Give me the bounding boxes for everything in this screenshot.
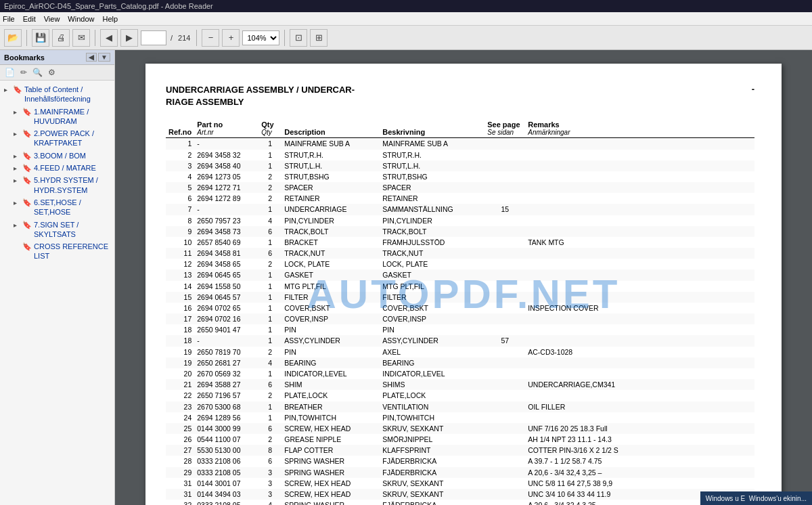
- cell-part: 2694 0645 57: [194, 292, 258, 303]
- cell-besk: STRUT,L.H.: [380, 160, 484, 171]
- cell-remarks: [525, 182, 754, 193]
- menu-file[interactable]: File: [3, 15, 15, 23]
- cell-qty: 2: [258, 171, 281, 182]
- cell-page: [484, 412, 525, 423]
- cell-part: 2694 3458 73: [194, 226, 258, 237]
- powerpack-bookmark-icon: 🔖: [22, 129, 32, 138]
- sidebar-item-powerpack[interactable]: ▸ 🔖 2.POWER PACK / KRAFTPAKET: [0, 127, 114, 150]
- zoom-in-button[interactable]: +: [222, 29, 240, 47]
- zoom-select[interactable]: 104% 75% 100% 125% 150%: [242, 30, 279, 45]
- table-row: 1-1MAINFRAME SUB AMAINFRAME SUB A: [166, 138, 754, 150]
- hydr-bookmark-icon: 🔖: [22, 175, 32, 185]
- cell-part: 2694 1289 56: [194, 412, 258, 423]
- print-button[interactable]: 🖨: [52, 29, 70, 47]
- cell-page: [484, 182, 525, 193]
- table-row: 275530 5130 008FLAP COTTERKLAFFSPRINTCOT…: [166, 445, 754, 456]
- cell-page: 57: [484, 335, 525, 346]
- cell-besk: SAMMANSTÄLLNING: [380, 204, 484, 215]
- boom-label: 3.BOOM / BOM: [34, 151, 110, 160]
- th-description: Description: [281, 119, 380, 138]
- cell-besk: PIN,CYLINDER: [380, 215, 484, 226]
- zoom-out-button[interactable]: −: [202, 29, 219, 47]
- menu-help[interactable]: Help: [102, 15, 118, 23]
- sidebar-settings-button[interactable]: ⚙: [46, 67, 58, 78]
- cell-part: 2657 8540 69: [194, 237, 258, 248]
- title-text: Epiroc_AirROC-D45_Spare_Parts_Catalog.pd…: [4, 2, 213, 10]
- sethose-expand-icon: ▸: [14, 198, 20, 207]
- table-row: 162694 0702 651COVER,BSKTCOVER,BSKTINSPE…: [166, 303, 754, 313]
- cell-qty: 1: [258, 292, 281, 303]
- cell-besk: ASSY,CYLINDER: [380, 335, 484, 346]
- cell-desc: LOCK, PLATE: [281, 259, 380, 269]
- email-button[interactable]: ✉: [72, 29, 90, 47]
- document-dash: -: [752, 84, 754, 108]
- sidebar-collapse-button[interactable]: ◀: [86, 53, 97, 62]
- cell-besk: FJÄDERBRICKA: [380, 500, 484, 505]
- menu-window[interactable]: Window: [68, 15, 94, 23]
- table-row: 22694 3458 321STRUT,R.H.STRUT,R.H.: [166, 150, 754, 160]
- cell-qty: 1: [258, 150, 281, 160]
- page-total: 214: [178, 34, 190, 42]
- cell-page: [484, 357, 525, 368]
- cell-desc: SCREW, HEX HEAD: [281, 423, 380, 434]
- sidebar-new-button[interactable]: 📄: [3, 67, 17, 78]
- cell-desc: SHIM: [281, 379, 380, 390]
- cell-desc: GASKET: [281, 269, 380, 280]
- sidebar-item-crossref[interactable]: 🔖 CROSS REFERENCE LIST: [0, 240, 114, 263]
- sidebar-item-feed[interactable]: ▸ 🔖 4.FEED / MATARE: [0, 162, 114, 174]
- cell-part: 2694 0702 65: [194, 303, 258, 313]
- menu-edit[interactable]: Edit: [23, 15, 36, 23]
- cell-page: [484, 368, 525, 379]
- cell-remarks: UNF 7/16 20 25 18.3 Full: [525, 423, 754, 434]
- cell-ref: 29: [166, 467, 194, 478]
- fit-page-button[interactable]: ⊞: [310, 29, 328, 47]
- cell-qty: 1: [258, 313, 281, 324]
- save-button[interactable]: 💾: [32, 29, 49, 47]
- cell-qty: 3: [258, 489, 281, 500]
- cell-page: [484, 269, 525, 280]
- sidebar-options-button[interactable]: ▼: [98, 53, 110, 62]
- open-button[interactable]: 📂: [4, 29, 22, 47]
- cell-qty: 1: [258, 237, 281, 248]
- sidebar-item-boom[interactable]: ▸ 🔖 3.BOOM / BOM: [0, 150, 114, 162]
- sidebar-search-button[interactable]: 🔍: [30, 67, 45, 78]
- cell-qty: 4: [258, 500, 281, 505]
- cell-remarks: OIL FILLER: [525, 401, 754, 412]
- next-page-button[interactable]: ▶: [120, 29, 138, 47]
- sidebar-item-signset[interactable]: ▸ 🔖 7.SIGN SET / SKYLTSATS: [0, 219, 114, 241]
- sidebar-item-hydr[interactable]: ▸ 🔖 5.HYDR SYSTEM / HYDR.SYSTEM: [0, 174, 114, 196]
- cell-desc: COVER,BSKT: [281, 303, 380, 313]
- document-header: UNDERCARRIAGE ASSEMBLY / UNDERCAR-RIAGE …: [166, 84, 754, 108]
- sidebar-item-mainframe[interactable]: ▸ 🔖 1.MAINFRAME / HUVUDRAM: [0, 106, 114, 128]
- table-row: 52694 1272 712SPACERSPACER: [166, 182, 754, 193]
- cell-besk: MAINFRAME SUB A: [380, 138, 484, 150]
- page-input[interactable]: 11: [141, 30, 166, 45]
- cell-part: 2670 0569 32: [194, 368, 258, 379]
- cell-ref: 21: [166, 379, 194, 390]
- cell-part: 2694 1273 05: [194, 171, 258, 182]
- cell-ref: 1: [166, 138, 194, 150]
- menu-view[interactable]: View: [44, 15, 60, 23]
- table-row: 192650 2681 274BEARINGBEARING: [166, 357, 754, 368]
- signset-bookmark-icon: 🔖: [22, 220, 32, 229]
- sidebar-item-sethose[interactable]: ▸ 🔖 6.SET,HOSE / SET,HOSE: [0, 196, 114, 219]
- cell-desc: UNDERCARRIAGE: [281, 204, 380, 215]
- cell-part: 2650 7196 57: [194, 390, 258, 401]
- cell-part: 0333 2108 05: [194, 500, 258, 505]
- cell-remarks: [525, 412, 754, 423]
- cell-besk: MTG PLT,FIL: [380, 281, 484, 292]
- sidebar: Bookmarks ◀ ▼ 📄 ✏ 🔍 ⚙ ▸ 🔖 Table of Conte…: [0, 50, 115, 505]
- sidebar-item-toc[interactable]: ▸ 🔖 Table of Content / Innehållsförteckn…: [0, 83, 114, 106]
- cell-besk: PIN: [380, 324, 484, 335]
- cell-part: 2694 3458 40: [194, 160, 258, 171]
- prev-page-button[interactable]: ◀: [100, 29, 118, 47]
- cell-ref: 8: [166, 215, 194, 226]
- cell-remarks: [525, 150, 754, 160]
- sep1: [26, 30, 27, 46]
- fit-width-button[interactable]: ⊡: [290, 29, 307, 47]
- cell-page: [484, 313, 525, 324]
- cell-qty: 1: [258, 303, 281, 313]
- sidebar-edit-button[interactable]: ✏: [18, 67, 29, 78]
- signset-label: 7.SIGN SET / SKYLTSATS: [34, 220, 110, 240]
- cell-desc: SPACER: [281, 182, 380, 193]
